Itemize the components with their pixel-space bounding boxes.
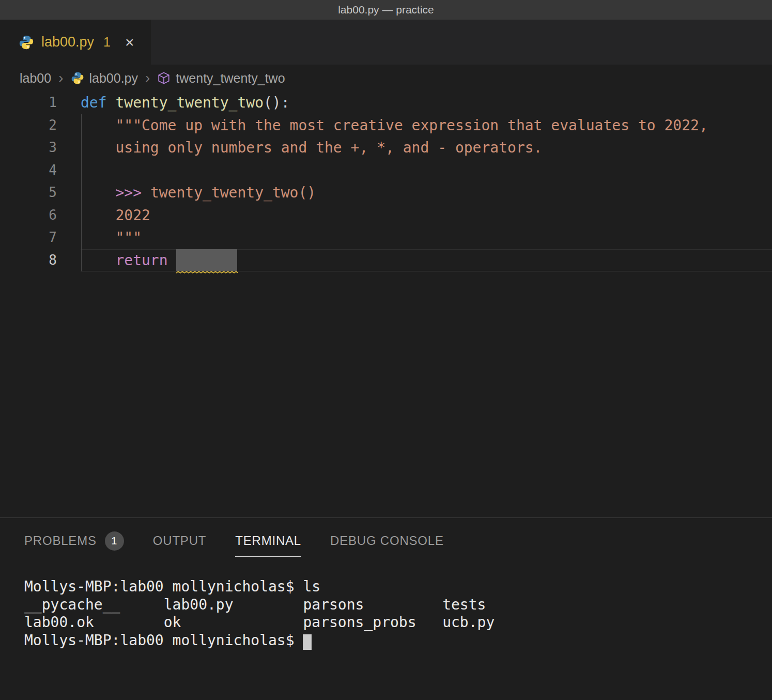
- token-prompt: >>>: [115, 184, 150, 201]
- window-title: lab00.py — practice: [0, 0, 772, 20]
- panel-tab-label: TERMINAL: [235, 534, 301, 548]
- token-plain: [81, 252, 115, 269]
- terminal-line: lab00.ok ok parsons_probs ucb.py: [24, 614, 772, 632]
- line-number: 3: [0, 136, 57, 159]
- line-number: 2: [0, 114, 57, 137]
- token-keyword: def: [81, 94, 115, 111]
- code-line[interactable]: 2 """Come up with the most creative expr…: [0, 114, 772, 137]
- indent-guide: [81, 136, 82, 159]
- terminal-content[interactable]: Mollys-MBP:lab00 mollynicholas$ ls__pyca…: [0, 564, 772, 649]
- code-line-content[interactable]: """Come up with the most creative expres…: [81, 114, 772, 137]
- terminal-line: Mollys-MBP:lab00 mollynicholas$ ls: [24, 578, 772, 596]
- breadcrumb-label: twenty_twenty_two: [176, 71, 285, 86]
- code-line[interactable]: 3 using only numbers and the +, *, and -…: [0, 136, 772, 159]
- code-line[interactable]: 6 2022: [0, 204, 772, 227]
- symbol-namespace-icon: [157, 71, 171, 85]
- snippet-placeholder-selection[interactable]: [176, 249, 237, 272]
- indent-guide: [81, 181, 82, 204]
- vscode-window: lab00.py — practice lab00.py 1 × lab00 ›: [0, 0, 772, 700]
- token-plain: ():: [264, 94, 290, 111]
- code-editor[interactable]: 1def twenty_twenty_two():2 """Come up wi…: [0, 92, 772, 518]
- tab-debug-console[interactable]: DEBUG CONSOLE: [330, 534, 444, 548]
- breadcrumb-item-lab00[interactable]: lab00: [20, 71, 51, 86]
- token-plain: [81, 229, 115, 246]
- token-plain: [81, 207, 115, 224]
- indent-guide: [81, 226, 82, 249]
- terminal-line: Mollys-MBP:lab00 mollynicholas$: [24, 632, 772, 650]
- token-string: """Come up with the most creative expres…: [115, 117, 707, 134]
- breadcrumb-item-lab00py[interactable]: lab00.py: [71, 71, 138, 86]
- problems-count-badge: 1: [105, 531, 124, 551]
- code-line[interactable]: 8 return: [0, 249, 772, 272]
- token-string: """: [115, 229, 142, 246]
- indent-guide: [81, 114, 82, 137]
- line-number: 7: [0, 226, 57, 249]
- token-plain: [81, 139, 115, 156]
- code-line-content[interactable]: [81, 159, 772, 182]
- panel-tab-bar: PROBLEMS 1 OUTPUT TERMINAL DEBUG CONSOLE: [0, 518, 772, 564]
- tab-terminal[interactable]: TERMINAL: [235, 534, 301, 548]
- terminal-line: __pycache__ lab00.py parsons tests: [24, 596, 772, 614]
- breadcrumb-item-twenty-twenty-two[interactable]: twenty_twenty_two: [157, 71, 285, 86]
- code-line-content[interactable]: 2022: [81, 204, 772, 227]
- line-number: 6: [0, 204, 57, 227]
- chevron-right-icon: ›: [58, 71, 63, 85]
- code-line-content[interactable]: def twenty_twenty_two():: [81, 92, 772, 114]
- token-string: twenty_twenty_two(): [150, 184, 316, 201]
- code-line[interactable]: 1def twenty_twenty_two():: [0, 92, 772, 114]
- indent-guide: [81, 249, 82, 272]
- breadcrumb-label: lab00.py: [89, 71, 138, 86]
- token-function: twenty_twenty_two: [115, 94, 264, 111]
- code-line-content[interactable]: >>> twenty_twenty_two(): [81, 181, 772, 204]
- token-string: using only numbers and the +, *, and - o…: [115, 139, 542, 156]
- indent-guide: [81, 204, 82, 227]
- line-number: 1: [0, 92, 57, 114]
- bottom-panel: PROBLEMS 1 OUTPUT TERMINAL DEBUG CONSOLE…: [0, 518, 772, 649]
- python-icon: [71, 71, 84, 85]
- panel-tab-label: OUTPUT: [153, 534, 206, 548]
- breadcrumb-label: lab00: [20, 71, 51, 86]
- python-icon: [19, 35, 34, 50]
- tab-filename: lab00.py: [41, 34, 94, 50]
- code-line[interactable]: 4: [0, 159, 772, 182]
- warning-squiggle-icon: [176, 271, 238, 274]
- tab-lab00py[interactable]: lab00.py 1 ×: [0, 20, 151, 65]
- breadcrumb: lab00 › lab00.py › twenty_twen: [0, 65, 772, 92]
- editor-lines: 1def twenty_twenty_two():2 """Come up wi…: [0, 92, 772, 271]
- code-line-content[interactable]: return: [81, 249, 772, 272]
- code-line-content[interactable]: """: [81, 226, 772, 249]
- token-plain: [81, 184, 115, 201]
- code-line[interactable]: 7 """: [0, 226, 772, 249]
- indent-guide: [81, 159, 82, 182]
- token-plain: [81, 117, 115, 134]
- code-line-content[interactable]: using only numbers and the +, *, and - o…: [81, 136, 772, 159]
- terminal-cursor: [303, 634, 312, 650]
- tab-problems[interactable]: PROBLEMS 1: [24, 531, 124, 551]
- tab-bar: lab00.py 1 ×: [0, 20, 772, 65]
- close-icon[interactable]: ×: [125, 35, 134, 50]
- line-number: 5: [0, 181, 57, 204]
- panel-tab-label: DEBUG CONSOLE: [330, 534, 444, 548]
- tab-problems-badge: 1: [103, 35, 111, 50]
- panel-tab-label: PROBLEMS: [24, 534, 97, 548]
- tab-output[interactable]: OUTPUT: [153, 534, 206, 548]
- line-number: 8: [0, 249, 57, 272]
- chevron-right-icon: ›: [145, 71, 150, 85]
- token-control: return: [115, 252, 176, 269]
- line-number: 4: [0, 159, 57, 182]
- code-line[interactable]: 5 >>> twenty_twenty_two(): [0, 181, 772, 204]
- token-string: 2022: [115, 207, 150, 224]
